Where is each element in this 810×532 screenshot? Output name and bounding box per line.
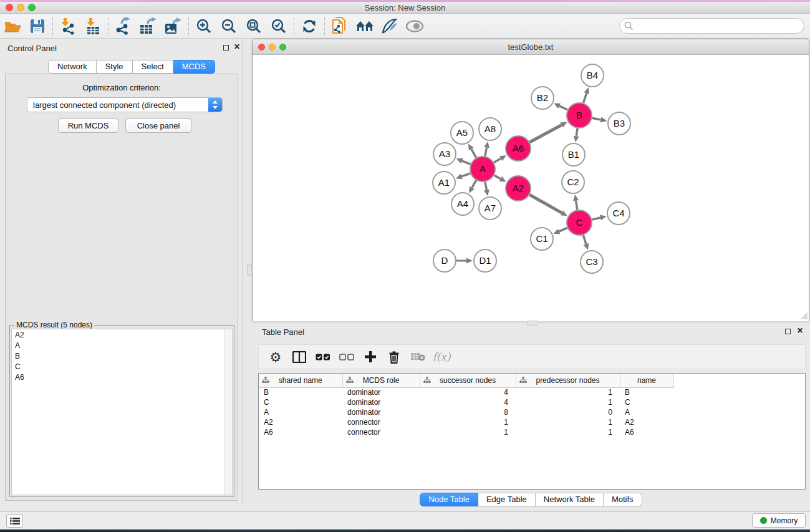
cell-shared-name[interactable]: A6	[259, 427, 342, 437]
graph-edge-C-C1[interactable]	[553, 228, 567, 234]
close-panel-icon[interactable]: ✕	[234, 42, 240, 51]
cell-predecessor-nodes[interactable]: 1	[516, 387, 620, 397]
cell-predecessor-nodes[interactable]: 1	[516, 417, 620, 427]
graph-edge-C-C4[interactable]	[592, 215, 606, 221]
cell-MCDS-role[interactable]: connector	[342, 427, 420, 437]
graph-edge-B-B1[interactable]	[574, 128, 579, 142]
delete-table-button[interactable]	[406, 346, 430, 367]
tab-style[interactable]: Style	[97, 60, 133, 74]
cell-predecessor-nodes[interactable]: 1	[516, 427, 620, 437]
graph-edge-B-B2[interactable]	[554, 104, 567, 110]
graph-node-C[interactable]: C	[567, 210, 592, 235]
export-network-button[interactable]	[111, 16, 136, 37]
graph-edge-A6-B[interactable]	[529, 122, 567, 142]
cell-name[interactable]: C	[620, 397, 673, 407]
vertical-split-handle[interactable]	[247, 264, 252, 276]
cell-MCDS-role[interactable]: dominator	[342, 387, 420, 397]
zoom-fit-button[interactable]	[241, 16, 266, 37]
mcds-result-list[interactable]: A2ABCA6	[11, 329, 233, 495]
deselect-all-button[interactable]	[335, 346, 359, 367]
show-columns-button[interactable]	[287, 346, 311, 367]
cell-name[interactable]: B	[620, 387, 673, 397]
cell-shared-name[interactable]: B	[259, 387, 342, 397]
graph-node-A6[interactable]: A6	[506, 136, 531, 161]
open-network-file-button[interactable]	[327, 16, 352, 37]
graph-node-B[interactable]: B	[567, 103, 592, 128]
zoom-selected-button[interactable]	[266, 16, 291, 37]
select-all-button[interactable]	[311, 346, 335, 367]
tab-mcds[interactable]: MCDS	[173, 60, 215, 74]
memory-button[interactable]: Memory	[752, 513, 806, 528]
window-resize-grip[interactable]	[799, 311, 808, 319]
table-row[interactable]: A2connector11A2	[259, 417, 673, 427]
float-panel-icon[interactable]	[223, 45, 229, 51]
table-row[interactable]: Bdominator41B	[259, 387, 673, 397]
graph-node-A5[interactable]: A5	[451, 122, 473, 144]
home-button[interactable]	[352, 16, 377, 37]
tab-node-table[interactable]: Node Table	[420, 493, 478, 506]
export-table-button[interactable]	[136, 16, 161, 37]
cell-name[interactable]: A2	[620, 417, 673, 427]
graph-node-A4[interactable]: A4	[451, 193, 474, 215]
graph-edge-D-D1[interactable]	[456, 258, 473, 264]
graph-node-A1[interactable]: A1	[433, 172, 455, 194]
refresh-layout-button[interactable]	[297, 16, 322, 37]
graph-edge-A-A6[interactable]	[494, 155, 506, 162]
graph-node-B4[interactable]: B4	[581, 64, 604, 87]
graph-node-A7[interactable]: A7	[479, 197, 501, 220]
graph-edge-A-A7[interactable]	[484, 182, 489, 196]
task-history-button[interactable]	[6, 514, 23, 528]
eye-button[interactable]	[402, 16, 427, 37]
result-item[interactable]: A6	[12, 372, 232, 382]
graph-edge-A-A5[interactable]	[468, 143, 476, 157]
open-session-button[interactable]	[0, 16, 25, 37]
cell-successor-nodes[interactable]: 1	[420, 427, 516, 437]
table-close-panel-icon[interactable]: ✕	[797, 326, 803, 335]
graph-node-C4[interactable]: C4	[607, 202, 630, 225]
close-panel-button[interactable]: Close panel	[125, 118, 191, 133]
table-row[interactable]: Cdominator41C	[259, 397, 673, 407]
graph-node-C3[interactable]: C3	[581, 251, 603, 273]
search-input[interactable]	[619, 18, 804, 34]
tab-select[interactable]: Select	[133, 60, 173, 74]
column-header-predecessor-nodes[interactable]: predecessor nodes	[516, 374, 620, 387]
criterion-dropdown[interactable]: largest connected component (directed)	[27, 97, 223, 112]
cell-shared-name[interactable]: C	[259, 397, 342, 407]
cell-name[interactable]: A6	[620, 427, 673, 437]
zoom-out-button[interactable]	[216, 16, 241, 37]
graph-edge-A-A3[interactable]	[456, 158, 471, 165]
run-mcds-button[interactable]: Run MCDS	[58, 118, 118, 133]
graph-edge-B-B3[interactable]	[592, 117, 607, 123]
style-brush-button[interactable]	[377, 16, 402, 37]
graph-node-A2[interactable]: A2	[506, 176, 531, 201]
result-list-scrollbar[interactable]	[224, 329, 232, 495]
table-row[interactable]: Adominator80A	[259, 407, 673, 417]
graph-node-C2[interactable]: C2	[562, 171, 584, 193]
table-float-panel-icon[interactable]	[785, 329, 791, 334]
column-header-MCDS-role[interactable]: MCDS role	[342, 374, 420, 387]
graph-node-B2[interactable]: B2	[531, 87, 554, 109]
result-item[interactable]: B	[12, 351, 232, 361]
cell-successor-nodes[interactable]: 1	[420, 417, 516, 427]
network-canvas[interactable]: AA1A2A3A4A5A6A7A8BB1B2B3B4CC1C2C3C4DD1	[253, 56, 809, 321]
cell-successor-nodes[interactable]: 4	[420, 397, 516, 407]
graph-edge-C-C2[interactable]	[573, 195, 579, 210]
import-network-button[interactable]	[55, 16, 80, 37]
horizontal-split-handle[interactable]	[527, 321, 538, 326]
cell-shared-name[interactable]: A2	[259, 417, 342, 427]
cell-MCDS-role[interactable]: dominator	[342, 397, 420, 407]
cell-shared-name[interactable]: A	[259, 407, 342, 417]
cell-MCDS-role[interactable]: connector	[342, 417, 420, 427]
column-header-name[interactable]: name	[620, 374, 673, 387]
graph-edge-A-A1[interactable]	[456, 173, 470, 179]
cell-predecessor-nodes[interactable]: 0	[516, 407, 620, 417]
graph-edge-A-A4[interactable]	[469, 180, 476, 193]
graph-node-D1[interactable]: D1	[474, 249, 496, 272]
graph-edge-B-B4[interactable]	[584, 87, 589, 103]
result-item[interactable]: C	[12, 361, 232, 372]
cell-successor-nodes[interactable]: 4	[420, 387, 516, 397]
save-session-button[interactable]	[25, 16, 50, 37]
graph-node-A3[interactable]: A3	[433, 143, 456, 165]
column-header-shared-name[interactable]: shared name	[259, 374, 342, 387]
graph-node-C1[interactable]: C1	[531, 228, 553, 250]
